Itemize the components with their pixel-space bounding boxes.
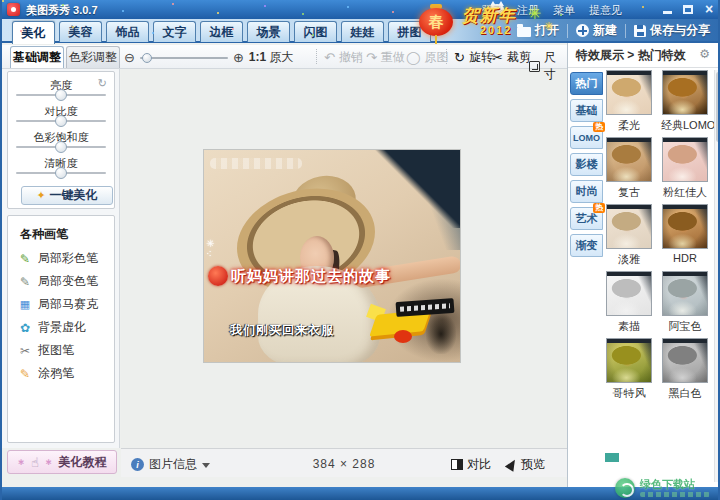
effect-soft-light[interactable]: 柔光: [605, 70, 653, 133]
effect-thumbnail[interactable]: [606, 271, 652, 316]
gear-icon[interactable]: ⚙: [699, 47, 710, 61]
doodle-pen-icon: ✎: [18, 367, 32, 381]
effect-thumbnail[interactable]: [662, 70, 708, 115]
feedback-link[interactable]: 提意见: [589, 3, 622, 18]
chevron-down-icon: [202, 463, 210, 468]
effects-scrollbar[interactable]: [714, 70, 720, 482]
tab-beautify[interactable]: 美化: [12, 21, 55, 44]
category-studio[interactable]: 影楼: [570, 153, 603, 176]
effect-pink-lady[interactable]: 粉红佳人: [661, 137, 709, 200]
brush-recolor-pen[interactable]: ✎ 局部变色笔: [8, 270, 114, 293]
zoom-slider[interactable]: [140, 57, 228, 59]
undo-button[interactable]: ↶撤销: [324, 49, 363, 66]
status-bar: 384 × 288 i 图片信息 对比 预览: [121, 448, 567, 477]
effect-thumbnail[interactable]: [606, 204, 652, 249]
watermark-subtext: [640, 492, 710, 497]
category-art[interactable]: 艺术热: [570, 207, 603, 230]
brush-local-color-pen[interactable]: ✎ 局部彩色笔: [8, 247, 114, 270]
effect-black-white[interactable]: 黑白色: [661, 338, 709, 401]
category-fashion[interactable]: 时尚: [570, 180, 603, 203]
effect-thumbnail[interactable]: [662, 137, 708, 182]
photo-watermark: [210, 158, 302, 169]
effect-thumbnail[interactable]: [606, 137, 652, 182]
zoom-in-icon[interactable]: ⊕: [233, 51, 244, 65]
background-blur-icon: ✿: [18, 321, 32, 335]
slider-handle[interactable]: [55, 167, 67, 179]
slider-handle[interactable]: [55, 115, 67, 127]
compare-button[interactable]: 对比: [451, 456, 491, 473]
brightness-slider[interactable]: [16, 94, 106, 96]
effect-thumbnail[interactable]: [662, 204, 708, 249]
new-button[interactable]: 新建: [576, 22, 617, 39]
category-lomo[interactable]: LOMO热: [570, 126, 603, 149]
tab-text[interactable]: 文字: [153, 21, 196, 42]
saturation-slider[interactable]: [16, 146, 106, 148]
menu-link[interactable]: 菜单: [553, 3, 575, 18]
slider-handle[interactable]: [55, 89, 67, 101]
effects-panel: 特效展示 > 热门特效 ⚙ 热门 基础 LOMO热 影楼 时尚 艺术热 渐变 柔…: [567, 43, 720, 487]
actual-size-button[interactable]: 1:1 原大: [249, 49, 294, 66]
tab-color-adjust[interactable]: 色彩调整: [66, 46, 120, 68]
brush-background-blur[interactable]: ✿ 背景虚化: [8, 316, 114, 339]
divider: [446, 49, 447, 64]
app-window: 美图秀秀 3.0.7 登录 注册 菜单 提意见 × 美化 美容 饰品 文字 边框…: [0, 0, 720, 500]
category-hot[interactable]: 热门: [570, 72, 603, 95]
edited-photo[interactable]: ✳⁖ 听妈妈讲那过去的故事 我们刚买回来衣服: [204, 150, 460, 362]
tab-basic-adjust[interactable]: 基础调整: [10, 46, 64, 68]
contrast-slider[interactable]: [16, 120, 106, 122]
effect-elegant[interactable]: 淡雅: [605, 204, 653, 267]
category-gradient[interactable]: 渐变: [570, 234, 603, 257]
effect-retro[interactable]: 复古: [605, 137, 653, 200]
tab-collage[interactable]: 拼图: [388, 21, 431, 42]
image-info-button[interactable]: i 图片信息: [131, 456, 210, 473]
effect-thumbnail[interactable]: [606, 70, 652, 115]
tab-doll[interactable]: 娃娃: [341, 21, 384, 42]
minimize-button[interactable]: [660, 3, 674, 16]
confetti-decoration: [2, 0, 4, 2]
slider-handle[interactable]: [55, 141, 67, 153]
brush-mosaic[interactable]: ▦ 局部马赛克: [8, 293, 114, 316]
register-link[interactable]: 注册: [517, 3, 539, 18]
crop-button[interactable]: ✂裁剪: [492, 49, 531, 66]
effect-gothic[interactable]: 哥特风: [605, 338, 653, 401]
tab-frame[interactable]: 边框: [200, 21, 243, 42]
image-canvas[interactable]: ✳⁖ 听妈妈讲那过去的故事 我们刚买回来衣服: [121, 69, 567, 448]
brush-cutout-pen[interactable]: ✂ 抠图笔: [8, 339, 114, 362]
rotate-button[interactable]: ↻旋转: [454, 49, 493, 66]
preview-button[interactable]: 预览: [507, 456, 545, 473]
tab-flash[interactable]: 闪图: [294, 21, 337, 42]
resize-button[interactable]: 尺寸: [529, 49, 567, 83]
zoom-slider-handle[interactable]: [142, 53, 152, 63]
partial-thumbnail: [605, 453, 619, 462]
effect-thumbnail[interactable]: [662, 338, 708, 383]
maximize-button[interactable]: [681, 3, 695, 16]
effect-abao-color[interactable]: 阿宝色: [661, 271, 709, 334]
brush-doodle-pen[interactable]: ✎ 涂鸦笔: [8, 362, 114, 385]
tab-scene[interactable]: 场景: [247, 21, 290, 42]
save-share-button[interactable]: 保存与分享: [634, 22, 710, 39]
subtitle-badge-icon: [208, 266, 228, 286]
compare-icon: [451, 459, 463, 470]
tab-accessories[interactable]: 饰品: [106, 21, 149, 42]
effect-hdr[interactable]: HDR: [661, 204, 709, 264]
effect-sketch[interactable]: 素描: [605, 271, 653, 334]
original-image-button[interactable]: ◯原图: [406, 49, 449, 66]
one-click-beautify-button[interactable]: ✦ 一键美化: [21, 186, 113, 205]
clarity-slider[interactable]: [16, 172, 106, 174]
effect-thumbnail[interactable]: [606, 338, 652, 383]
original-icon: ◯: [406, 50, 421, 65]
close-button[interactable]: ×: [702, 3, 716, 16]
beautify-tutorial-button[interactable]: ∗ ☝ ∗ 美化教程: [7, 450, 117, 474]
scrollbar-thumb[interactable]: [716, 72, 720, 142]
open-button[interactable]: 打开: [517, 22, 559, 39]
category-basic[interactable]: 基础: [570, 99, 603, 122]
tab-retouch[interactable]: 美容: [59, 21, 102, 42]
hot-badge: 热: [593, 203, 605, 213]
effects-breadcrumb: 特效展示 > 热门特效: [568, 47, 686, 64]
effect-thumbnail[interactable]: [662, 271, 708, 316]
login-link[interactable]: 登录: [481, 3, 503, 18]
hot-badge: 热: [593, 122, 605, 132]
effect-classic-lomo[interactable]: 经典LOMO: [661, 70, 709, 133]
zoom-out-icon[interactable]: ⊖: [124, 51, 135, 65]
redo-button[interactable]: ↷重做: [366, 49, 405, 66]
